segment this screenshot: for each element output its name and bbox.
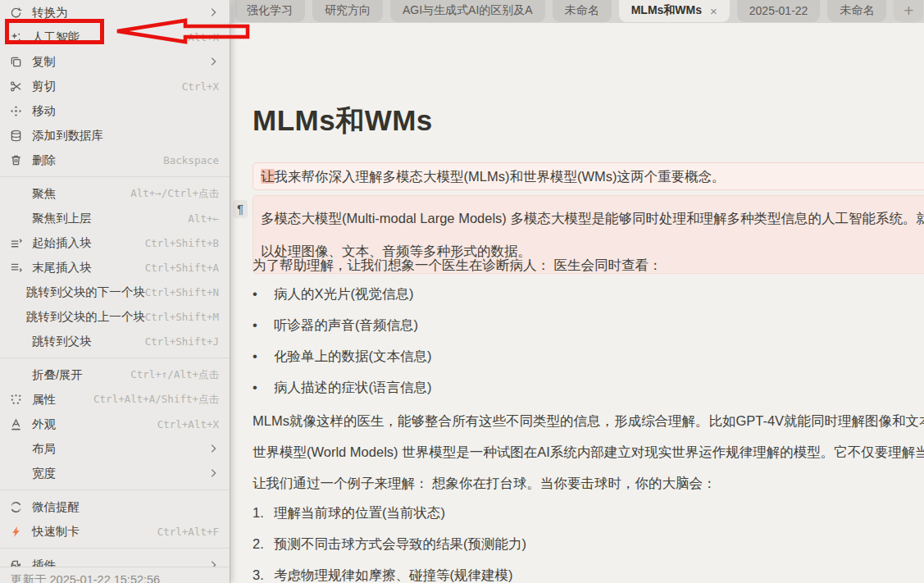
chevron-right-icon xyxy=(207,467,219,479)
tab-2025-01-22[interactable]: 2025-01-22 xyxy=(737,0,821,22)
chevron-right-icon xyxy=(207,7,219,18)
paragraph-highlighted-intro[interactable]: 让我来帮你深入理解多模态大模型(MLMs)和世界模型(WMs)这两个重要概念。 xyxy=(253,162,924,190)
menu-item-width[interactable]: 宽度 xyxy=(0,461,230,485)
list-item[interactable]: •病人的X光片(视觉信息) xyxy=(253,285,414,303)
copy-icon xyxy=(10,56,32,68)
menu-item-jump-next-sibling[interactable]: 跳转到父块的下一个块 Ctrl+Shift+N xyxy=(0,280,230,304)
document: MLMs和WMs 让我来帮你深入理解多模态大模型(MLMs)和世界模型(WMs)… xyxy=(253,23,924,140)
appearance-icon xyxy=(10,418,32,430)
list-item-text: 理解当前球的位置(当前状态) xyxy=(274,505,445,520)
convert-icon xyxy=(10,7,32,19)
tab-bar: 强化学习 研究方向 AGI与生成式AI的区别及A 未命名 MLMs和WMs × … xyxy=(231,0,924,23)
move-icon xyxy=(10,105,32,117)
menu-divider xyxy=(0,548,230,549)
trash-icon xyxy=(10,154,32,166)
insert-end-icon xyxy=(10,262,32,274)
list-item[interactable]: •听诊器的声音(音频信息) xyxy=(253,316,418,334)
menu-divider xyxy=(0,358,230,358)
updated-timestamp: 更新于 2025-01-22 15:52:56 xyxy=(0,567,229,583)
list-item[interactable]: •化验单上的数据(文本信息) xyxy=(253,347,432,365)
new-tab-button[interactable]: + xyxy=(894,0,923,22)
paragraph-billiards-intro[interactable]: 让我们通过一个例子来理解： 想象你在打台球。当你要击球时，你的大脑会： xyxy=(253,474,717,492)
document-title[interactable]: MLMs和WMs xyxy=(253,102,924,140)
menu-item-fold-unfold[interactable]: 折叠/展开 Ctrl+↑/Alt+点击 xyxy=(0,362,230,387)
editor-area: ¶ MLMs和WMs 让我来帮你深入理解多模态大模型(MLMs)和世界模型(WM… xyxy=(231,23,924,583)
flashcard-icon xyxy=(10,526,32,538)
menu-divider xyxy=(0,490,230,490)
menu-item-appearance[interactable]: 外观 Ctrl+Alt+X xyxy=(0,412,230,436)
tab-agi-vs-genai[interactable]: AGI与生成式AI的区别及A xyxy=(390,0,545,22)
insert-start-icon xyxy=(10,237,32,249)
bullet-icon: • xyxy=(253,347,274,365)
tab-label: MLMs和WMs xyxy=(631,3,702,18)
menu-item-copy[interactable]: 复制 xyxy=(0,49,230,74)
tab-label: 未命名 xyxy=(565,3,599,18)
ordered-number: 1. xyxy=(253,503,274,522)
menu-item-jump-prev-sibling[interactable]: 跳转到父块的上一个块 Ctrl+Shift+M xyxy=(0,304,230,329)
tab-label: 未命名 xyxy=(840,3,874,18)
menu-item-insert-block-start[interactable]: 起始插入块 Ctrl+Shift+B xyxy=(0,230,230,255)
paragraph-text: 多模态大模型(Multi-modal Large Models) 多模态大模型是… xyxy=(261,202,924,235)
menu-item-move[interactable]: 移动 xyxy=(0,98,230,123)
chevron-right-icon xyxy=(207,443,219,454)
menu-item-insert-block-end[interactable]: 末尾插入块 Ctrl+Shift+A xyxy=(0,255,230,280)
list-item-text: 病人的X光片(视觉信息) xyxy=(274,286,414,301)
paragraph-world-models[interactable]: 世界模型(World Models) 世界模型是一种试图在AI系统内部建立对现实… xyxy=(253,443,924,461)
list-item-text: 化验单上的数据(文本信息) xyxy=(274,348,432,363)
list-item-text: 病人描述的症状(语言信息) xyxy=(274,380,432,394)
list-item-text: 考虑物理规律如摩擦、碰撞等(规律建模) xyxy=(274,567,513,582)
database-icon xyxy=(10,130,32,142)
tab-untitled-1[interactable]: 未命名 xyxy=(553,0,612,22)
close-tab-icon[interactable]: × xyxy=(710,4,717,18)
tab-label: AGI与生成式AI的区别及A xyxy=(403,3,533,18)
list-item-text: 预测不同击球方式会导致的结果(预测能力) xyxy=(274,536,526,551)
scissors-icon xyxy=(10,80,32,93)
chevron-right-icon xyxy=(207,56,219,67)
tab-mlms-wms-active[interactable]: MLMs和WMs × xyxy=(619,0,730,22)
list-item[interactable]: 1.理解当前球的位置(当前状态) xyxy=(253,503,445,522)
tab-untitled-2[interactable]: 未命名 xyxy=(827,0,886,22)
menu-item-focus[interactable]: 聚焦 Alt+→/Ctrl+点击 xyxy=(0,181,230,206)
bullet-icon: • xyxy=(253,316,274,334)
menu-item-focus-parent[interactable]: 聚焦到上层 Alt+← xyxy=(0,206,230,230)
menu-item-cut[interactable]: 剪切 Ctrl+X xyxy=(0,74,230,98)
attributes-icon xyxy=(10,394,32,406)
menu-item-attributes[interactable]: 属性 Ctrl+Alt+A/Shift+点击 xyxy=(0,387,230,412)
menu-item-quick-flashcard[interactable]: 快速制卡 Ctrl+Alt+F xyxy=(0,519,230,544)
menu-item-wechat-reminder[interactable]: 微信提醒 xyxy=(0,494,230,519)
paragraph-mlms-doctor[interactable]: MLMs就像这样的医生，能够整合所有这些不同类型的信息，形成综合理解。比如GPT… xyxy=(253,412,924,430)
block-context-menu: 转换为 人工智能 Alt+X 复制 剪切 Ctrl+X 移动 xyxy=(0,0,230,583)
list-item[interactable]: •病人描述的症状(语言信息) xyxy=(253,378,432,396)
wechat-reminder-icon xyxy=(10,501,32,513)
menu-item-add-to-database[interactable]: 添加到数据库 xyxy=(0,123,230,148)
selected-character: 让 xyxy=(261,169,275,184)
ordered-number: 2. xyxy=(253,535,274,553)
menu-item-jump-parent[interactable]: 跳转到父块 Ctrl+Shift+J xyxy=(0,329,230,353)
paragraph-gutter-icon[interactable]: ¶ xyxy=(233,200,248,218)
list-item[interactable]: 3.考虑物理规律如摩擦、碰撞等(规律建模) xyxy=(253,566,513,583)
annotation-highlight-box xyxy=(5,19,104,44)
annotation-arrow-icon xyxy=(114,17,252,45)
tab-label: 2025-01-22 xyxy=(749,4,808,17)
menu-divider xyxy=(0,176,230,177)
list-item[interactable]: 2.预测不同击球方式会导致的结果(预测能力) xyxy=(253,535,526,553)
bullet-icon: • xyxy=(253,378,274,396)
ordered-number: 3. xyxy=(253,566,274,583)
paragraph-text: 我来帮你深入理解多模态大模型(MLMs)和世界模型(WMs)这两个重要概念。 xyxy=(275,169,726,184)
list-item-text: 听诊器的声音(音频信息) xyxy=(274,317,418,332)
tab-label: 研究方向 xyxy=(325,3,371,18)
paragraph-doctor-intro[interactable]: 为了帮助理解，让我们想象一个医生在诊断病人： 医生会同时查看： xyxy=(253,256,662,274)
menu-item-delete[interactable]: 删除 Backspace xyxy=(0,148,230,172)
bullet-icon: • xyxy=(253,285,274,303)
menu-item-layout[interactable]: 布局 xyxy=(0,436,230,461)
tab-label: 强化学习 xyxy=(247,3,293,18)
tab-research-direction[interactable]: 研究方向 xyxy=(312,0,383,22)
